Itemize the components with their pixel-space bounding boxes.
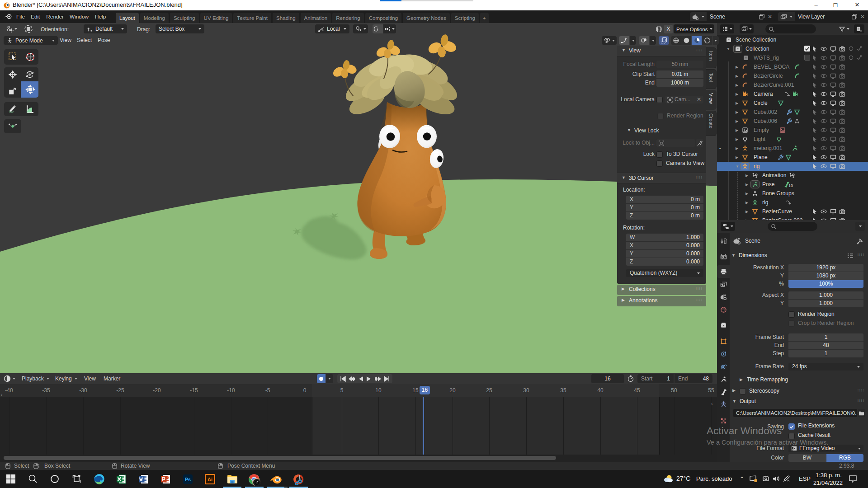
svg-text:Ps: Ps (185, 477, 191, 482)
svg-text:Ai: Ai (208, 477, 212, 482)
